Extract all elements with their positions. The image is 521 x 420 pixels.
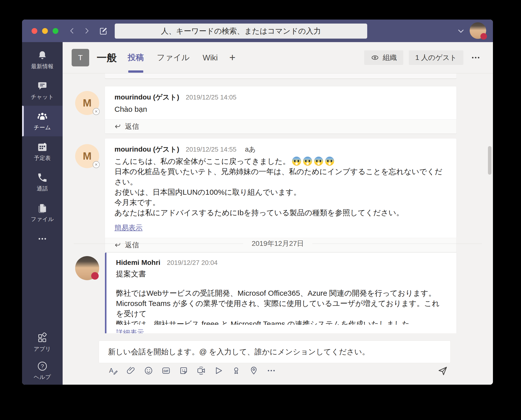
attach-icon bbox=[126, 366, 136, 375]
sticker-button[interactable] bbox=[178, 365, 189, 376]
sidebar-item-apps[interactable]: アプリ bbox=[22, 329, 63, 357]
message-body: こんにちは、私の家全体がここに戻ってきました。 日本の化粧品を買いたいテト、兄弟… bbox=[105, 154, 456, 238]
avatar-hidemi-mohri[interactable] bbox=[75, 256, 99, 280]
message-header: mourindou (ゲスト) 2019/12/25 14:55 aあ bbox=[105, 139, 456, 154]
close-window-button[interactable] bbox=[32, 28, 37, 34]
forward-button[interactable] bbox=[81, 25, 92, 36]
praise-button[interactable] bbox=[230, 365, 242, 376]
format-button[interactable]: A bbox=[108, 365, 119, 376]
back-button[interactable] bbox=[67, 25, 78, 36]
video-camera-icon bbox=[196, 366, 206, 375]
gif-button[interactable]: GIF bbox=[160, 365, 172, 376]
phone-icon bbox=[37, 172, 48, 183]
message-author: mourindou (ゲスト) bbox=[114, 92, 179, 102]
chevron-right-icon bbox=[83, 27, 91, 35]
message-line: こんにちは、私の家全体がここに戻ってきました。 bbox=[114, 156, 447, 166]
message-author: Hidemi Mohri bbox=[116, 259, 160, 267]
titlebar-chevron-down[interactable] bbox=[455, 26, 466, 37]
avatar-mourindou[interactable]: M ✕ bbox=[75, 144, 99, 168]
add-tab-button[interactable]: + bbox=[229, 52, 235, 64]
message-body-container: Hidemi Mohri 2019/12/27 20:04 提案文書 弊社ではW… bbox=[105, 253, 456, 333]
meet-now-button[interactable] bbox=[195, 365, 207, 376]
busy-status-dot bbox=[91, 272, 99, 280]
new-chat-button[interactable] bbox=[97, 25, 110, 37]
avatar-initial: M bbox=[83, 150, 92, 162]
zoom-window-button[interactable] bbox=[53, 28, 58, 34]
sidebar-item-activity[interactable]: 最新情報 bbox=[22, 45, 63, 75]
tab-files[interactable]: ファイル bbox=[157, 42, 190, 73]
guest-badge-icon: ✕ bbox=[93, 108, 100, 115]
send-icon bbox=[437, 365, 448, 376]
teams-icon bbox=[37, 111, 48, 122]
rail-spacer bbox=[22, 250, 63, 329]
minimize-window-button[interactable] bbox=[42, 28, 48, 34]
org-button[interactable]: 組織 bbox=[364, 50, 403, 65]
message-body: Chào bạn bbox=[105, 102, 456, 119]
divider-date: 2019年12月27日 bbox=[252, 239, 304, 248]
blank-line bbox=[116, 279, 447, 288]
message-line: 今月末です。 bbox=[114, 197, 447, 207]
calendar-icon bbox=[37, 142, 48, 153]
emoji-icon bbox=[144, 366, 153, 375]
guest-count-label: 1 人のゲスト bbox=[415, 53, 457, 62]
chat-icon bbox=[37, 80, 48, 91]
avatar-mourindou[interactable]: M ✕ bbox=[75, 91, 99, 115]
sidebar-item-label: アプリ bbox=[34, 345, 51, 353]
sidebar-item-calendar[interactable]: 予定表 bbox=[22, 136, 63, 167]
scrollbar-thumb[interactable] bbox=[488, 146, 491, 175]
org-label: 組織 bbox=[383, 53, 397, 62]
message-timestamp: 2019/12/25 14:55 bbox=[186, 146, 236, 153]
message-line: 弊社ではWebサービスの受託開発、Microsof Office365、Azur… bbox=[116, 288, 447, 298]
message-input[interactable] bbox=[99, 341, 450, 363]
sidebar-item-label: チーム bbox=[34, 124, 51, 131]
sidebar-item-calls[interactable]: 通話 bbox=[22, 167, 63, 197]
message-card: mourindou (ゲスト) 2019/12/25 14:05 Chào bạ… bbox=[105, 86, 456, 134]
compose-toolbar: A GIF bbox=[108, 365, 277, 376]
sidebar-item-help[interactable]: ? ヘルプ bbox=[22, 357, 63, 385]
attach-button[interactable] bbox=[125, 365, 137, 376]
sidebar-item-chat[interactable]: チャット bbox=[22, 75, 63, 106]
scream-emoji bbox=[292, 157, 301, 166]
award-ribbon-icon bbox=[231, 366, 241, 375]
profile-avatar[interactable] bbox=[470, 22, 486, 39]
location-button[interactable] bbox=[248, 365, 259, 376]
help-icon: ? bbox=[37, 361, 48, 372]
sidebar-item-label: 通話 bbox=[37, 185, 48, 192]
search-input[interactable] bbox=[115, 24, 367, 39]
channel-tabs: 投稿 ファイル Wiki bbox=[128, 42, 218, 73]
ellipsis-icon bbox=[267, 366, 276, 375]
reply-button[interactable]: 返信 bbox=[105, 119, 456, 134]
tab-posts[interactable]: 投稿 bbox=[128, 42, 144, 73]
sidebar-item-label: チャット bbox=[31, 93, 54, 101]
scream-emoji bbox=[303, 157, 312, 166]
send-button[interactable] bbox=[436, 364, 449, 377]
date-divider: 2019年12月27日 bbox=[63, 239, 493, 248]
teams-window: 最新情報 チャット チーム 予定表 通話 ファイル アプリ bbox=[22, 20, 493, 385]
tab-wiki[interactable]: Wiki bbox=[203, 42, 218, 73]
message-line: あなたは私にアドバイスするためにIbを持っている製品の種類を参照してください。 bbox=[114, 207, 447, 218]
expand-view-link[interactable]: 詳細表示 bbox=[116, 329, 144, 333]
message-author: mourindou (ゲスト) bbox=[114, 145, 179, 154]
ellipsis-icon bbox=[37, 234, 47, 244]
gif-icon: GIF bbox=[161, 366, 171, 375]
composer: A GIF bbox=[63, 333, 493, 385]
message-card: mourindou (ゲスト) 2019/12/25 14:55 aあ こんにち… bbox=[105, 139, 456, 252]
message-card-unread: Hidemi Mohri 2019/12/27 20:04 提案文書 弊社ではW… bbox=[105, 253, 456, 333]
guest-count-button[interactable]: 1 人のゲスト bbox=[409, 50, 463, 65]
sidebar-item-label: 最新情報 bbox=[31, 63, 54, 70]
collapse-view-link[interactable]: 簡易表示 bbox=[114, 224, 143, 232]
sidebar-item-label: 予定表 bbox=[34, 154, 51, 162]
sidebar-item-files[interactable]: ファイル bbox=[22, 197, 63, 228]
clipped-message-line: 弊社では、御社サービス freee と Microsoft Teams の連携シ… bbox=[116, 319, 447, 325]
message-line: 提案文書 bbox=[116, 269, 447, 279]
team-avatar[interactable]: T bbox=[72, 49, 89, 66]
chevron-left-icon bbox=[68, 27, 76, 35]
channel-more-button[interactable] bbox=[469, 51, 482, 64]
more-options-button[interactable] bbox=[266, 365, 277, 376]
sidebar-item-teams[interactable]: チーム bbox=[22, 106, 63, 136]
sidebar-more-button[interactable] bbox=[22, 228, 63, 250]
stream-button[interactable] bbox=[213, 365, 224, 376]
sidebar-item-label: ヘルプ bbox=[34, 373, 51, 381]
chevron-down-icon bbox=[457, 27, 465, 35]
emoji-button[interactable] bbox=[143, 365, 154, 376]
